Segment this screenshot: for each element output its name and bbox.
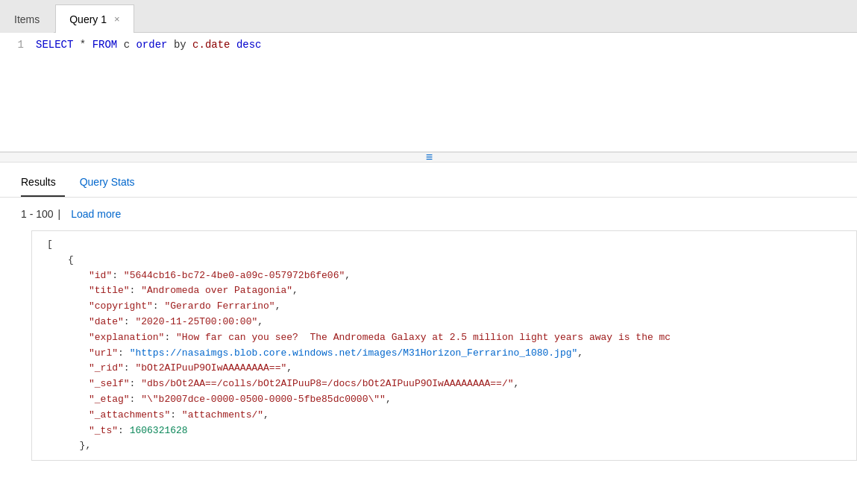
tab-query1-label: Query 1	[69, 13, 107, 25]
json-explanation-line: "explanation": "How far can you see? The…	[47, 330, 841, 346]
json-open-brace: {	[47, 253, 841, 268]
json-id-line: "id": "5644cb16-bc72-4be0-a09c-057972b6f…	[47, 268, 841, 284]
tab-query1-close-icon[interactable]: ×	[114, 14, 120, 24]
drag-divider[interactable]: ≡	[0, 152, 857, 163]
sql-desc: desc	[230, 39, 262, 51]
json-attachments-line: "_attachments": "attachments/",	[47, 408, 841, 423]
sql-alias: c	[117, 39, 136, 51]
pagination-bar: 1 - 100 | Load more	[0, 198, 857, 230]
tab-query-stats[interactable]: Query Stats	[80, 171, 144, 197]
sql-col: c.date	[192, 39, 230, 51]
tab-bar: Items Query 1 ×	[0, 0, 857, 33]
page-range: 1 - 100	[21, 208, 54, 220]
json-close-brace: },	[47, 438, 841, 454]
json-date-line: "date": "2020-11-25T00:00:00",	[47, 315, 841, 330]
sql-star: *	[73, 39, 92, 51]
tab-results-label: Results	[21, 176, 56, 188]
editor-line-1: 1 SELECT * FROM c order by c.date desc	[0, 33, 857, 57]
page-separator: |	[58, 208, 61, 220]
sql-from: FROM	[92, 39, 118, 51]
json-output[interactable]: [ { "id": "5644cb16-bc72-4be0-a09c-05797…	[31, 230, 857, 461]
json-copyright-line: "copyright": "Gerardo Ferrarino",	[47, 299, 841, 315]
code-line-1: SELECT * FROM c order by c.date desc	[36, 39, 857, 51]
json-url-line: "url": "https://nasaimgs.blob.core.windo…	[47, 346, 841, 362]
tab-items-label: Items	[14, 13, 40, 25]
json-title-line: "title": "Andromeda over Patagonia",	[47, 283, 841, 299]
drag-handle-icon: ≡	[426, 151, 431, 164]
tab-query1[interactable]: Query 1 ×	[55, 4, 134, 33]
line-number-1: 1	[0, 39, 36, 51]
tab-items[interactable]: Items	[0, 4, 54, 33]
load-more-link[interactable]: Load more	[71, 208, 121, 220]
json-etag-line: "_etag": "\"b2007dce-0000-0500-0000-5fbe…	[47, 392, 841, 408]
editor-area[interactable]: 1 SELECT * FROM c order by c.date desc	[0, 33, 857, 152]
json-url-value[interactable]: "https://nasaimgs.blob.core.windows.net/…	[130, 347, 578, 359]
json-open-bracket: [	[47, 237, 841, 253]
results-area: Results Query Stats 1 - 100 | Load more …	[0, 163, 857, 461]
tab-results[interactable]: Results	[21, 171, 65, 197]
sql-order: order	[136, 39, 167, 51]
json-ts-line: "_ts": 1606321628	[47, 423, 841, 439]
results-tab-bar: Results Query Stats	[0, 163, 857, 198]
sql-select: SELECT	[36, 39, 73, 51]
json-self-line: "_self": "dbs/bOt2AA==/colls/bOt2AIPuuP8…	[47, 377, 841, 392]
sql-by: by	[167, 39, 192, 51]
tab-query-stats-label: Query Stats	[80, 176, 135, 188]
json-rid-line: "_rid": "bOt2AIPuuP9OIwAAAAAAAA==",	[47, 361, 841, 377]
